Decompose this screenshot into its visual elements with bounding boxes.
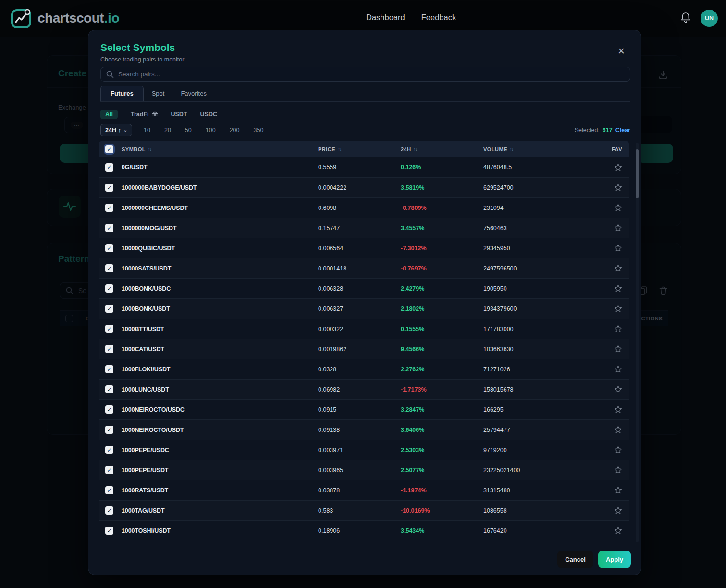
row-checkbox[interactable]: ✓ (105, 426, 113, 434)
header-symbol[interactable]: SYMBOL↑↓ (122, 147, 318, 152)
select-all-checkbox[interactable]: ✓ (105, 145, 113, 153)
table-row[interactable]: ✓ 1000CAT/USDT 0.0019862 9.4566% 1036636… (99, 339, 629, 359)
table-row[interactable]: ✓ 1000LUNC/USDT 0.06982 -1.7173% 1580156… (99, 379, 629, 399)
chevron-down-icon: ⌄ (123, 127, 127, 133)
row-checkbox[interactable]: ✓ (105, 527, 113, 535)
cancel-button[interactable]: Cancel (557, 551, 593, 568)
close-icon[interactable]: ✕ (615, 45, 628, 57)
favorite-star-icon[interactable] (614, 284, 622, 293)
table-row[interactable]: ✓ 1000TAG/USDT 0.583 -10.0169% 1086558 (99, 500, 629, 520)
tab-spot[interactable]: Spot (144, 86, 173, 101)
tab-futures[interactable]: Futures (100, 86, 144, 101)
table-row[interactable]: ✓ 1000BTT/USDT 0.000322 0.1555% 17178300… (99, 318, 629, 339)
clear-selection-link[interactable]: Clear (615, 127, 630, 134)
nav-feedback[interactable]: Feedback (421, 13, 456, 22)
table-row[interactable]: ✓ 1000000MOG/USDT 0.15747 3.4557% 756046… (99, 218, 629, 238)
favorite-star-icon[interactable] (614, 163, 622, 172)
page-size-200[interactable]: 200 (230, 127, 240, 134)
table-row[interactable]: ✓ 1000000BABYDOGE/USDT 0.0004222 3.5819%… (99, 177, 629, 197)
row-checkbox[interactable]: ✓ (105, 345, 113, 353)
table-row[interactable]: ✓ 1000FLOKI/USDT 0.0328 2.2762% 71271026 (99, 359, 629, 379)
change-cell: 0.1555% (401, 326, 483, 332)
checkmark-icon: ✓ (107, 507, 111, 514)
row-checkbox[interactable]: ✓ (105, 506, 113, 514)
filter-usdc[interactable]: USDC (200, 111, 217, 118)
scrollbar-thumb[interactable] (636, 149, 639, 198)
favorite-star-icon[interactable] (614, 486, 622, 494)
filter-tradfi[interactable]: TradFi (131, 111, 158, 118)
row-checkbox[interactable]: ✓ (105, 244, 113, 252)
favorite-star-icon[interactable] (614, 204, 622, 212)
timeframe-dropdown[interactable]: 24H ↑ ⌄ (100, 124, 132, 136)
table-row[interactable]: ✓ 1000BONK/USDT 0.006327 2.1802% 1934379… (99, 298, 629, 318)
favorite-star-icon[interactable] (614, 264, 622, 272)
header-price[interactable]: PRICE↑↓ (318, 147, 401, 152)
row-checkbox[interactable]: ✓ (105, 466, 113, 474)
page-size-100[interactable]: 100 (206, 127, 216, 134)
row-checkbox[interactable]: ✓ (105, 284, 113, 293)
table-row[interactable]: ✓ 1000NEIROCTO/USDC 0.0915 3.2847% 16629… (99, 399, 629, 419)
favorite-star-icon[interactable] (614, 325, 622, 333)
favorite-star-icon[interactable] (614, 244, 622, 252)
table-row[interactable]: ✓ 1000000CHEEMS/USDT 0.6098 -0.7809% 231… (99, 197, 629, 218)
table-row[interactable]: ✓ 1000PEPE/USDC 0.003971 2.5303% 9719200 (99, 440, 629, 460)
page-size-350[interactable]: 350 (253, 127, 263, 134)
user-avatar[interactable]: UN (701, 10, 718, 27)
row-checkbox[interactable]: ✓ (105, 184, 113, 192)
row-checkbox[interactable]: ✓ (105, 163, 113, 172)
checkmark-icon: ✓ (107, 265, 111, 272)
volume-cell: 4876048.5 (483, 164, 599, 171)
brand[interactable]: chartscout.io (11, 8, 120, 29)
table-row[interactable]: ✓ 10000SATS/USDT 0.0001418 -0.7697% 2497… (99, 258, 629, 278)
filter-usdt[interactable]: USDT (171, 111, 187, 118)
favorite-star-icon[interactable] (614, 506, 622, 514)
favorite-star-icon[interactable] (614, 527, 622, 535)
header-24h[interactable]: 24H↑↓ (401, 147, 483, 152)
row-checkbox[interactable]: ✓ (105, 325, 113, 333)
table-row[interactable]: ✓ 1000RATS/USDT 0.03878 -1.1974% 3131548… (99, 480, 629, 500)
table-row[interactable]: ✓ 1000TOSHI/USDT 0.18906 3.5434% 1676420 (99, 520, 629, 540)
row-checkbox[interactable]: ✓ (105, 305, 113, 313)
checkmark-icon: ✓ (107, 447, 111, 453)
favorite-star-icon[interactable] (614, 466, 622, 474)
nav-dashboard[interactable]: Dashboard (366, 13, 405, 22)
change-cell: 2.5303% (401, 447, 483, 453)
table-row[interactable]: ✓ 0G/USDT 0.5559 0.126% 4876048.5 (99, 157, 629, 177)
page-size-50[interactable]: 50 (185, 127, 192, 134)
apply-button[interactable]: Apply (598, 551, 631, 568)
favorite-star-icon[interactable] (614, 224, 622, 232)
table-scrollbar[interactable] (636, 143, 639, 542)
row-checkbox[interactable]: ✓ (105, 446, 113, 454)
favorite-star-icon[interactable] (614, 426, 622, 434)
bell-icon[interactable] (680, 12, 691, 24)
row-checkbox[interactable]: ✓ (105, 224, 113, 232)
table-row[interactable]: ✓ 1000PEPE/USDT 0.003965 2.5077% 2322502… (99, 460, 629, 480)
tab-favorites[interactable]: Favorites (172, 86, 214, 101)
volume-cell: 29345950 (483, 245, 599, 252)
table-row[interactable]: ✓ 10000QUBIC/USDT 0.006564 -7.3012% 2934… (99, 238, 629, 258)
row-checkbox[interactable]: ✓ (105, 385, 113, 393)
favorite-star-icon[interactable] (614, 345, 622, 353)
header-volume[interactable]: VOLUME↑↓ (483, 147, 599, 152)
favorite-star-icon[interactable] (614, 305, 622, 313)
favorite-star-icon[interactable] (614, 184, 622, 192)
row-checkbox[interactable]: ✓ (105, 204, 113, 212)
row-checkbox[interactable]: ✓ (105, 264, 113, 272)
change-cell: 2.5077% (401, 467, 483, 474)
favorite-star-icon[interactable] (614, 385, 622, 393)
favorite-star-icon[interactable] (614, 446, 622, 454)
favorite-star-icon[interactable] (614, 405, 622, 414)
row-checkbox[interactable]: ✓ (105, 486, 113, 494)
symbol-cell: 10000SATS/USDT (122, 265, 318, 272)
favorite-star-icon[interactable] (614, 365, 622, 373)
row-checkbox[interactable]: ✓ (105, 365, 113, 373)
page-size-20[interactable]: 20 (164, 127, 171, 134)
table-row[interactable]: ✓ 1000NEIROCTO/USDT 0.09138 3.6406% 2579… (99, 419, 629, 440)
logo-chart-icon (11, 8, 33, 29)
filter-all[interactable]: All (100, 110, 118, 119)
search-pairs-input[interactable] (118, 71, 625, 78)
page-size-10[interactable]: 10 (144, 127, 150, 134)
search-pairs-field[interactable] (100, 67, 630, 82)
table-row[interactable]: ✓ 1000BONK/USDC 0.006328 2.4279% 1905950 (99, 278, 629, 298)
row-checkbox[interactable]: ✓ (105, 405, 113, 414)
